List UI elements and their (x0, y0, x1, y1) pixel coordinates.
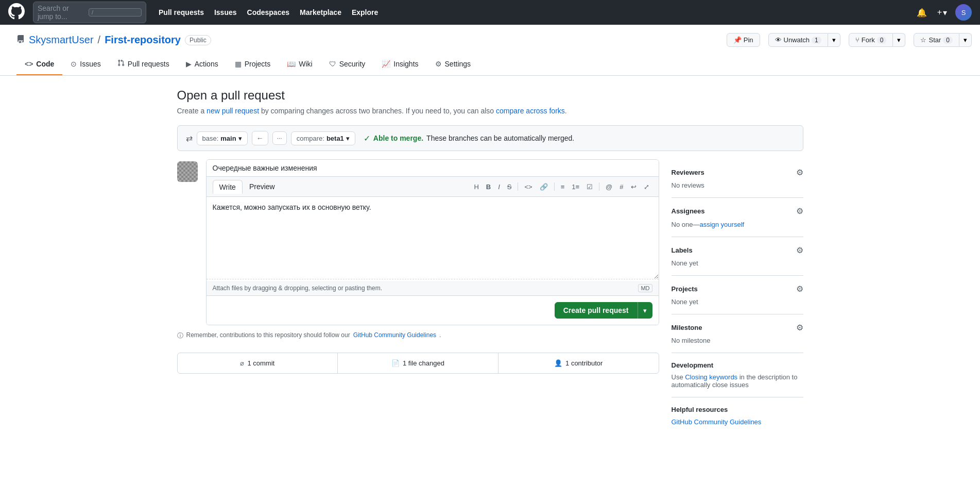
star-button[interactable]: ☆ Star 0 (914, 33, 959, 47)
bullet-list-button[interactable]: ≡ (558, 181, 568, 193)
nav-issues[interactable]: Issues (210, 6, 241, 19)
task-list-button[interactable]: ☑ (583, 181, 596, 193)
insights-icon: 📈 (382, 60, 390, 68)
reviewers-title: Reviewers (672, 169, 704, 176)
top-section: Open a pull request Create a new pull re… (177, 88, 803, 115)
watch-button[interactable]: 👁 Unwatch 1 (768, 33, 828, 47)
star-group: ☆ Star 0 ▾ (914, 33, 972, 47)
new-pr-link[interactable]: new pull request (207, 107, 259, 115)
tab-settings-label: Settings (445, 60, 471, 68)
tab-wiki[interactable]: 📖 Wiki (279, 54, 320, 75)
files-item: 📄 1 file changed (338, 353, 498, 373)
tab-settings[interactable]: ⚙ Settings (427, 54, 479, 75)
create-pr-button[interactable]: Create pull request (555, 302, 638, 319)
merge-desc: These branches can be automatically merg… (426, 134, 574, 142)
editor-toolbar: Write Preview H B I S <> 🔗 ≡ (207, 177, 659, 197)
milestone-header: Milestone ⚙ (672, 323, 803, 332)
assignees-gear-button[interactable]: ⚙ (796, 206, 803, 216)
code-icon: <> (25, 60, 33, 68)
italic-button[interactable]: I (495, 181, 503, 193)
settings-icon: ⚙ (435, 60, 442, 68)
fullscreen-button[interactable]: ⤢ (641, 181, 652, 193)
bottom-bar: ⌀ 1 commit 📄 1 file changed 👤 1 contribu… (177, 353, 659, 374)
create-pr-dropdown-button[interactable]: ▾ (638, 302, 652, 319)
compare-forks-link[interactable]: compare across forks (496, 107, 565, 115)
mention-button[interactable]: @ (603, 181, 615, 193)
user-avatar (177, 161, 198, 182)
base-caret-icon: ▾ (238, 135, 242, 142)
fork-group: ⑂ Fork 0 ▾ (849, 33, 906, 47)
repo-nav: <> Code ⊙ Issues Pull requests ▶ Actions… (8, 53, 972, 75)
nav-explore[interactable]: Explore (348, 6, 382, 19)
eye-icon: 👁 (775, 36, 782, 44)
labels-gear-button[interactable]: ⚙ (796, 245, 803, 255)
assignees-value: No one—assign yourself (672, 220, 803, 228)
tab-projects[interactable]: ▦ Projects (227, 54, 279, 75)
development-desc: Use Closing keywords in the description … (672, 373, 803, 389)
tab-insights-label: Insights (393, 60, 418, 68)
tab-actions[interactable]: ▶ Actions (178, 54, 227, 75)
code-button[interactable]: <> (521, 181, 535, 193)
merge-status: ✓ Able to merge. These branches can be a… (364, 134, 574, 143)
helpful-link[interactable]: GitHub Community Guidelines (672, 418, 762, 426)
preview-tab[interactable]: Preview (243, 180, 282, 193)
fork-button[interactable]: ⑂ Fork 0 (849, 33, 893, 47)
compare-label: compare: (297, 135, 324, 142)
owner-name[interactable]: SkysmartUser (29, 34, 94, 46)
pin-button[interactable]: 📌 Pin (727, 33, 760, 47)
dots-button[interactable]: ··· (272, 131, 287, 145)
pr-title-input[interactable] (207, 160, 659, 177)
heading-button[interactable]: H (471, 181, 482, 193)
swap-branches-button[interactable]: ← (252, 131, 268, 145)
helpful-section: Helpful resources GitHub Community Guide… (672, 397, 803, 434)
write-tab[interactable]: Write (213, 180, 243, 194)
compare-branch-selector[interactable]: compare: beta1 ▾ (291, 131, 355, 145)
repo-header: SkysmartUser / First-repository Public 📌… (0, 25, 980, 76)
watch-dropdown-button[interactable]: ▾ (828, 33, 840, 47)
pin-icon: 📌 (733, 36, 742, 44)
pin-group: 📌 Pin (727, 33, 760, 47)
github-logo[interactable] (8, 3, 25, 22)
avatar[interactable]: S (955, 4, 972, 21)
note-suffix: . (439, 331, 441, 339)
strikethrough-button[interactable]: S (504, 181, 515, 193)
nav-marketplace[interactable]: Marketplace (296, 6, 346, 19)
reference-button[interactable]: # (616, 181, 626, 193)
new-button[interactable]: + ▾ (935, 6, 949, 20)
tab-code[interactable]: <> Code (16, 54, 62, 75)
nav-codespaces[interactable]: Codespaces (243, 6, 294, 19)
commits-item: ⌀ 1 commit (178, 353, 338, 373)
milestone-section: Milestone ⚙ No milestone (672, 314, 803, 353)
closing-keywords-link[interactable]: Closing keywords (685, 373, 737, 381)
repo-name[interactable]: First-repository (105, 34, 181, 46)
pr-body-textarea[interactable]: Кажется, можно запускать их в основную в… (207, 197, 659, 279)
projects-value: None yet (672, 298, 803, 306)
bold-button[interactable]: B (483, 181, 494, 193)
toolbar-divider-3 (599, 182, 599, 191)
watch-label: Unwatch (784, 36, 810, 44)
community-guidelines-link[interactable]: GitHub Community Guidelines (353, 331, 436, 339)
milestone-gear-button[interactable]: ⚙ (796, 323, 803, 332)
projects-header: Projects ⚙ (672, 284, 803, 294)
numbered-list-button[interactable]: 1≡ (569, 181, 582, 193)
info-icon: ⓘ (177, 331, 183, 340)
assign-yourself-link[interactable]: assign yourself (699, 221, 744, 228)
nav-pull-requests[interactable]: Pull requests (154, 6, 208, 19)
submit-bar: Create pull request ▾ (207, 296, 659, 325)
tab-security[interactable]: 🛡 Security (321, 54, 374, 75)
fork-dropdown-button[interactable]: ▾ (893, 33, 905, 47)
projects-gear-button[interactable]: ⚙ (796, 284, 803, 294)
reviewers-gear-button[interactable]: ⚙ (796, 168, 803, 177)
tab-issues[interactable]: ⊙ Issues (62, 54, 109, 75)
star-dropdown-button[interactable]: ▾ (959, 33, 972, 47)
projects-section: Projects ⚙ None yet (672, 276, 803, 314)
notifications-button[interactable]: 🔔 (915, 6, 929, 20)
search-box[interactable]: Search or jump to... / (33, 2, 146, 23)
base-branch-selector[interactable]: base: main ▾ (197, 131, 248, 145)
undo-button[interactable]: ↩ (628, 181, 640, 193)
desc-middle: by comparing changes across two branches… (259, 107, 496, 115)
assignees-section: Assignees ⚙ No one—assign yourself (672, 198, 803, 237)
tab-pull-requests[interactable]: Pull requests (109, 53, 178, 75)
tab-insights[interactable]: 📈 Insights (373, 54, 426, 75)
link-button[interactable]: 🔗 (537, 181, 551, 193)
